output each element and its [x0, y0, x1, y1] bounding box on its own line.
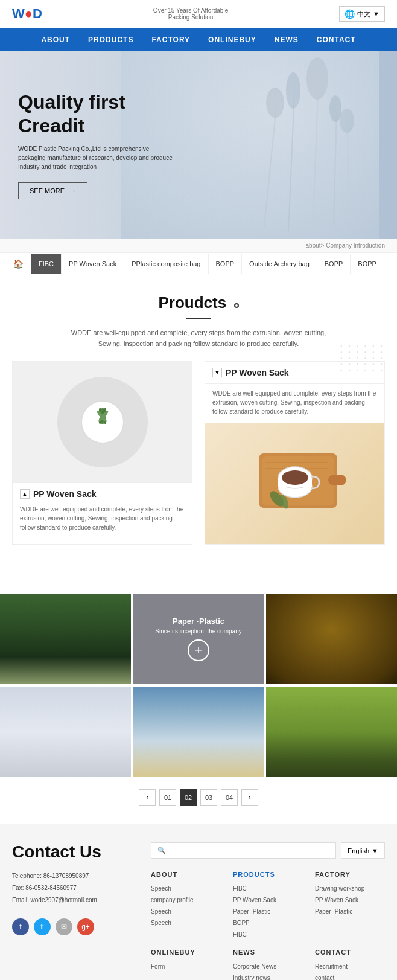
nav-news[interactable]: NEWS	[275, 36, 299, 44]
gallery-center-cell[interactable]: Paper -Plastic Since its inception, the …	[133, 594, 264, 684]
product-label-bar-1: ▲ PP Woven Sack	[13, 482, 192, 505]
contact-section: Contact Us Telephone: 86-13708950897 Fax…	[0, 824, 397, 980]
chevron-down-icon: ▼	[372, 847, 378, 854]
social-row: f 𝕥 ✉ g+	[12, 918, 133, 935]
cat-pp-woven[interactable]: PP Woven Sack	[61, 254, 124, 274]
product-label-2-top: PP Woven Sack	[226, 368, 289, 377]
contact-info-col: Contact Us Telephone: 86-13708950897 Fax…	[12, 842, 133, 980]
hero-title: Quality first Creadit	[18, 91, 379, 137]
contact-info: Telephone: 86-13708950897 Fax: 86-0532-8…	[12, 870, 133, 906]
product-desc-2-top: WDDE are well-equipped and complete, eve…	[205, 384, 384, 423]
nav-onlinebuy[interactable]: ONLINEBUY	[208, 36, 256, 44]
product-expand-icon-1[interactable]: ▲	[20, 489, 30, 499]
facebook-button[interactable]: f	[12, 918, 29, 935]
product-grid: ▲ PP Woven Sack WDDE are well-equipped a…	[12, 361, 385, 545]
hero-content: Quality first Creadit WODE Plastic Packi…	[0, 51, 397, 239]
search-box[interactable]: 🔍	[151, 842, 336, 859]
hero-section: Quality first Creadit WODE Plastic Packi…	[0, 51, 397, 239]
contact-col-factory: FACTORY Drawing workshop PP Woven Sack P…	[315, 871, 385, 940]
contact-link-grid-2: ONLINEBUY Form NEWS Corporate News Indus…	[151, 949, 385, 980]
twitter-button[interactable]: 𝕥	[34, 918, 51, 935]
page-01[interactable]: 01	[159, 789, 176, 806]
contact-col-contact: CONTACT Recruitment contact map message	[315, 949, 385, 980]
contact-col-products: PRODUCTS FIBC PP Woven Sack Paper -Plast…	[233, 871, 303, 940]
nav-contact[interactable]: CONTACT	[317, 36, 356, 44]
nav-products[interactable]: PRODUCTS	[88, 36, 133, 44]
lang-selector[interactable]: 🌐 中文 ▼	[339, 6, 385, 22]
googleplus-button[interactable]: g+	[77, 918, 94, 935]
products-section: Proudcts WDDE are well-equipped and comp…	[0, 275, 397, 569]
cat-plastic-composite[interactable]: PPlastic composite bag	[124, 254, 208, 274]
home-icon[interactable]: 🏠	[6, 253, 31, 275]
svg-point-24	[282, 470, 308, 485]
prev-page-button[interactable]: ‹	[139, 789, 156, 806]
svg-rect-20	[328, 475, 346, 485]
gallery-cell-3	[266, 594, 397, 684]
page-04[interactable]: 04	[221, 789, 238, 806]
page-03[interactable]: 03	[200, 789, 217, 806]
search-row: 🔍 English ▼	[151, 842, 385, 859]
gallery-cell-5	[133, 687, 264, 777]
cat-archery-bag[interactable]: Outside Archery bag	[241, 254, 317, 274]
page-02[interactable]: 02	[180, 789, 197, 806]
cat-bopp-2[interactable]: BOPP	[317, 254, 351, 274]
product-label-1: PP Woven Sack	[33, 489, 97, 499]
contact-link-grid-1: ABOUT Speech company profile Speech Spee…	[151, 871, 385, 940]
product-label-bar-2-top: ▼ PP Woven Sack	[205, 362, 384, 384]
pagination: ‹ 01 02 03 04 ›	[0, 777, 397, 818]
product-image-1	[13, 362, 192, 482]
cat-bopp-3[interactable]: BOPP	[350, 254, 384, 274]
gallery-divider	[0, 581, 397, 581]
gallery-cell-6	[266, 687, 397, 777]
email-button[interactable]: ✉	[56, 918, 72, 935]
title-underline	[186, 318, 211, 319]
product-image-2	[205, 423, 384, 544]
contact-col-onlinebuy: ONLINEBUY Form	[151, 949, 221, 980]
contact-col-about: ABOUT Speech company profile Speech Spee…	[151, 871, 221, 940]
gallery-cell-4	[0, 687, 131, 777]
hero-description: WODE Plastic Packing Co.,Ltd is comprehe…	[18, 144, 175, 171]
gallery-cell-1	[0, 594, 131, 684]
tagline: Over 15 Years Of Affordable Packing Solu…	[153, 7, 228, 21]
gallery-grid: Paper -Plastic Since its inception, the …	[0, 594, 397, 777]
cat-bopp-1[interactable]: BOPP	[208, 254, 242, 274]
product-card-1: ▲ PP Woven Sack WDDE are well-equipped a…	[12, 361, 192, 545]
products-description: WDDE are well-equipped and complete, eve…	[12, 328, 385, 349]
contact-links-col: 🔍 English ▼ ABOUT Speech company profile…	[151, 842, 385, 980]
search-icon: 🔍	[157, 847, 166, 854]
next-page-button[interactable]: ›	[241, 789, 258, 806]
products-title: Proudcts	[158, 293, 226, 312]
product-desc-1: WDDE are well-equipped and complete, eve…	[13, 505, 192, 539]
product-collapse-icon-2[interactable]: ▼	[212, 368, 222, 377]
breadcrumb: about> Company Introduction	[0, 239, 397, 253]
see-more-button[interactable]: SEE MORE →	[18, 182, 87, 199]
product-card-2: ▼ PP Woven Sack WDDE are well-equipped a…	[205, 361, 385, 545]
nav-factory[interactable]: FACTORY	[151, 36, 190, 44]
category-nav: 🏠 FIBC PP Woven Sack PPlastic composite …	[0, 253, 397, 275]
cat-fibc[interactable]: FIBC	[31, 254, 61, 274]
top-bar: W●D Over 15 Years Of Affordable Packing …	[0, 0, 397, 28]
gallery-plus-icon[interactable]: +	[188, 639, 209, 661]
nav-about[interactable]: ABOUT	[41, 36, 70, 44]
contact-title: Contact Us	[12, 842, 133, 862]
lang-box[interactable]: English ▼	[341, 842, 385, 859]
title-dot	[234, 303, 239, 308]
contact-col-news: NEWS Corporate News Industry news Traini…	[233, 949, 303, 980]
main-nav: ABOUT PRODUCTS FACTORY ONLINEBUY NEWS CO…	[0, 28, 397, 51]
logo: W●D	[12, 6, 42, 22]
